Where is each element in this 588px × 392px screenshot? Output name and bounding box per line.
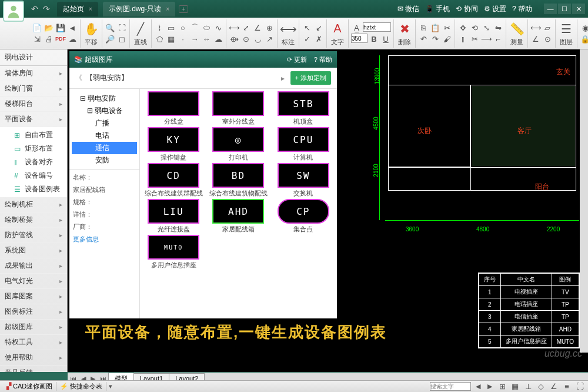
sidebar-sub-item[interactable]: ⊞自由布置 (0, 128, 67, 142)
back-icon[interactable]: ↶ (29, 4, 41, 14)
settings-link[interactable]: ⚙ 设置 (484, 4, 506, 14)
font-input[interactable] (363, 22, 391, 32)
close-icon[interactable]: × (89, 6, 92, 12)
dim3-icon[interactable]: ∠ (252, 22, 263, 33)
wechat-link[interactable]: ✉ 微信 (397, 4, 419, 14)
textstyle-icon[interactable]: A̲ (351, 22, 362, 33)
breadcrumb[interactable]: 【弱电安防】 (86, 73, 128, 83)
sidebar-item[interactable]: 绘制门窗▸ (0, 81, 67, 97)
circle-icon[interactable]: ○ (178, 22, 188, 33)
sidebar-item[interactable]: 图库图案▸ (0, 289, 67, 304)
close-icon[interactable]: × (166, 6, 169, 12)
layer-icon[interactable]: ☰ (558, 21, 574, 37)
dialog-titlebar[interactable]: 📚 超级图库 ⟳ 更新 ? 帮助 (69, 51, 337, 68)
sidebar-item[interactable]: 意见反馈▸ (0, 366, 67, 372)
zoom-out-icon[interactable]: 🔎 (105, 34, 115, 44)
sync-link[interactable]: ⟲ 协同 (456, 4, 477, 14)
symbol-item[interactable]: 分线盒 (142, 91, 205, 126)
point-icon[interactable]: · (178, 34, 188, 44)
track-icon[interactable]: ∠ (549, 381, 559, 392)
tree-item[interactable]: ⊟ 弱电设备 (72, 105, 137, 117)
update-button[interactable]: ⟳ 更新 (287, 55, 307, 64)
dim5-icon[interactable]: ⟴ (229, 34, 239, 44)
sidebar-item[interactable]: 超级图库▸ (0, 320, 67, 335)
area-icon[interactable]: ▱ (542, 22, 553, 33)
symbol-item[interactable]: 室外分线盒 (207, 91, 269, 126)
sidebar-sub-item[interactable]: ☰设备图例表 (0, 182, 67, 196)
tree-item[interactable]: ⊟ 弱电安防 (72, 92, 137, 105)
back-button[interactable]: 《 (75, 73, 82, 83)
bold-button[interactable]: B (369, 34, 379, 44)
arc-icon[interactable]: ⌒ (189, 22, 200, 33)
sidebar-item[interactable]: 图例标注▸ (0, 304, 67, 320)
angle-icon[interactable]: ∠ (530, 34, 541, 44)
fontsize-input[interactable] (351, 34, 368, 43)
sidebar-item[interactable]: 系统图▸ (0, 243, 67, 258)
symbol-item[interactable]: CPU计算机 (272, 127, 335, 162)
sidebar-item[interactable]: 电气灯光▸ (0, 274, 67, 289)
dist-icon[interactable]: ⟷ (530, 22, 541, 33)
sidebar-item[interactable]: 墙体房间▸ (0, 66, 67, 81)
move-icon[interactable]: ✥ (457, 22, 468, 33)
tab-file[interactable]: 示例图.dwg-只读× (103, 2, 175, 16)
sidebar-item[interactable]: 绘制桥架▸ (0, 212, 67, 228)
rect-icon[interactable]: ▭ (166, 22, 176, 33)
id-icon[interactable]: ⊙ (542, 34, 553, 44)
sidebar-sub-item[interactable]: #设备编号 (0, 169, 67, 182)
arrow-icon[interactable]: ◄ (67, 22, 78, 33)
symbol-item[interactable]: ◎打印机 (207, 127, 269, 162)
zoom-in-icon[interactable]: 🔍 (105, 22, 115, 33)
forward-icon[interactable]: ↷ (41, 4, 52, 14)
add-custom-button[interactable]: + 添加定制 (290, 71, 331, 85)
search-input[interactable] (430, 382, 471, 391)
export-icon[interactable]: ⇲ (32, 34, 42, 44)
text-icon[interactable]: A (329, 21, 346, 37)
shortcut-button[interactable]: ⚡ 快捷命令表 (56, 382, 106, 391)
leader-icon[interactable]: ↖ (302, 22, 312, 33)
save-icon[interactable]: 💾 (55, 22, 66, 33)
search-next-button[interactable]: ▶ (485, 381, 495, 391)
symbol-item[interactable]: KY操作键盘 (142, 127, 205, 162)
paste-icon[interactable]: 📋 (430, 22, 440, 33)
dim2-icon[interactable]: ⤢ (240, 22, 251, 33)
lwt-icon[interactable]: ≡ (562, 381, 572, 392)
sidebar-item[interactable]: 使用帮助▸ (0, 350, 67, 366)
sidebar-item[interactable]: 防护管线▸ (0, 228, 67, 243)
sidebar-sub-item[interactable]: ▭矩形布置 (0, 142, 67, 155)
symbol-item[interactable]: MUTO多用户信息插座 (142, 235, 205, 270)
ray-icon[interactable]: → (189, 34, 200, 44)
tree-item[interactable]: 电话 (72, 129, 137, 142)
symbol-item[interactable]: AHD家居配线箱 (207, 199, 269, 234)
mirror-icon[interactable]: ⇋ (493, 22, 503, 33)
zoom-win-icon[interactable]: ◻ (116, 34, 127, 44)
ly1-icon[interactable]: ◉ (580, 22, 588, 33)
fillet-icon[interactable]: ⌐ (493, 34, 503, 44)
cloud-icon[interactable]: ☁ (67, 34, 78, 44)
minimize-button[interactable]: — (544, 4, 557, 14)
new-icon[interactable]: 📄 (32, 22, 42, 33)
rotate-icon[interactable]: ⟲ (469, 22, 480, 33)
tab-start[interactable]: 起始页× (57, 2, 98, 16)
help-link[interactable]: ? 帮助 (512, 4, 532, 14)
symbol-item[interactable]: STB机顶盒 (272, 91, 335, 126)
symbol-item[interactable]: CP集合点 (272, 199, 335, 234)
ellipse-icon[interactable]: ⬭ (201, 22, 212, 33)
hatch-icon[interactable]: ▦ (166, 34, 176, 44)
symbol-item[interactable]: LIU光纤连接盘 (142, 199, 205, 234)
xline-icon[interactable]: ↔ (201, 34, 212, 44)
dim6-icon[interactable]: ⊙ (240, 34, 251, 44)
measure-icon[interactable]: 📏 (509, 21, 525, 37)
sidebar-item[interactable]: 成果输出▸ (0, 258, 67, 274)
scale-icon[interactable]: ⤡ (481, 22, 492, 33)
undo-icon[interactable]: ↶ (418, 34, 429, 44)
dim1-icon[interactable]: ⟷ (229, 22, 239, 33)
mark2-icon[interactable]: ✗ (313, 34, 324, 44)
ly3-icon[interactable]: 🔒 (580, 34, 588, 44)
underline-button[interactable]: U (380, 34, 391, 44)
leader2-icon[interactable]: ↙ (313, 22, 324, 33)
redo-icon[interactable]: ↷ (430, 34, 440, 44)
print-icon[interactable]: 🖨 (44, 34, 54, 44)
dim-icon[interactable]: ⟷ (280, 21, 296, 37)
cut-icon[interactable]: ✂ (442, 22, 452, 33)
search-prev-button[interactable]: ◀ (473, 381, 483, 391)
